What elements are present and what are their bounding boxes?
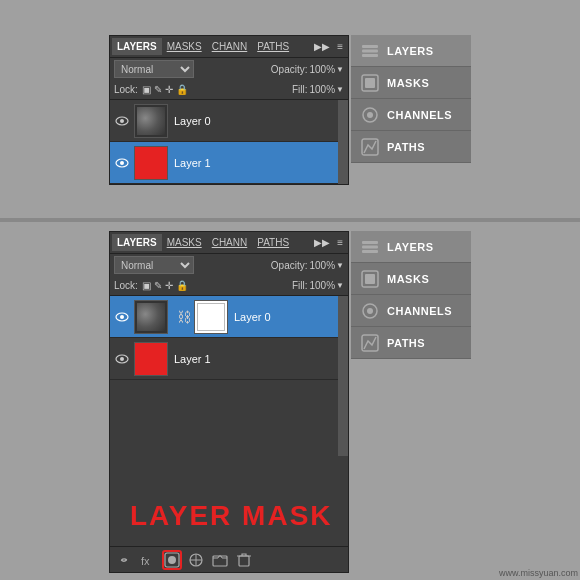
opacity-arrow-bottom: ▼ — [336, 261, 344, 270]
channels-icon-bottom — [359, 300, 381, 322]
layer-row-1-bottom[interactable]: Layer 1 — [110, 338, 348, 380]
blend-row-bottom: Normal Opacity: 100% ▼ — [110, 254, 348, 276]
tab-paths-top[interactable]: PATHS — [252, 38, 294, 55]
lock-all-icon[interactable]: 🔒 — [176, 84, 188, 95]
paths-icon-bottom — [359, 332, 381, 354]
layer-row-1-top[interactable]: Layer 1 — [110, 142, 348, 184]
bottom-right-tabs: LAYERS MASKS CHANNELS — [351, 231, 471, 359]
right-tab-paths-top[interactable]: PATHS — [351, 131, 471, 163]
right-tab-masks-top[interactable]: MASKS — [351, 67, 471, 99]
layer-name-0-top: Layer 0 — [174, 115, 344, 127]
svg-text:fx: fx — [141, 555, 150, 567]
blend-mode-select-top[interactable]: Normal — [114, 60, 194, 78]
channels-icon-top — [359, 104, 381, 126]
watermark: www.missyuan.com — [499, 568, 578, 578]
svg-rect-8 — [365, 78, 375, 88]
tab-arrow-bottom[interactable]: ▶▶ — [310, 237, 334, 248]
fill-arrow-bottom: ▼ — [336, 281, 344, 290]
layers-icon-top — [359, 40, 381, 62]
lock-all-icon-b[interactable]: 🔒 — [176, 280, 188, 291]
layer-name-1-bottom: Layer 1 — [174, 353, 344, 365]
layer-row-0-top[interactable]: Layer 0 — [110, 100, 348, 142]
right-tab-channels-top[interactable]: CHANNELS — [351, 99, 471, 131]
right-tab-layers-bottom[interactable]: LAYERS — [351, 231, 471, 263]
lock-row-bottom: Lock: ▣ ✎ ✛ 🔒 Fill: 100% ▼ — [110, 276, 348, 296]
masks-icon-top — [359, 72, 381, 94]
tab-masks-top[interactable]: MASKS — [162, 38, 207, 55]
scroll-bar-bottom[interactable] — [338, 296, 348, 456]
tab-paths-bottom[interactable]: PATHS — [252, 234, 294, 251]
blend-row-top: Normal Opacity: 100% ▼ — [110, 58, 348, 80]
link-btn[interactable] — [114, 550, 134, 570]
right-tab-label-paths-bottom: PATHS — [387, 337, 425, 349]
svg-rect-21 — [239, 556, 249, 566]
lock-transparent-icon[interactable]: ▣ — [142, 84, 151, 95]
eye-icon-1-top[interactable] — [114, 155, 130, 171]
tab-chann-top[interactable]: CHANN — [207, 38, 253, 55]
svg-point-3 — [120, 161, 124, 165]
tab-masks-bottom[interactable]: MASKS — [162, 234, 207, 251]
right-tab-channels-bottom[interactable]: CHANNELS — [351, 295, 471, 327]
svg-point-28 — [367, 308, 373, 314]
layer-name-0-bottom: Layer 0 — [234, 311, 344, 323]
lock-move-icon[interactable]: ✛ — [165, 84, 173, 95]
eye-icon-0-bottom[interactable] — [114, 309, 130, 325]
blend-mode-select-bottom[interactable]: Normal — [114, 256, 194, 274]
right-tab-label-channels-bottom: CHANNELS — [387, 305, 452, 317]
fill-label-top: Fill: — [292, 84, 308, 95]
svg-point-15 — [120, 357, 124, 361]
lock-transparent-icon-b[interactable]: ▣ — [142, 280, 151, 291]
tab-menu-bottom[interactable]: ≡ — [334, 237, 346, 248]
new-group-btn[interactable] — [210, 550, 230, 570]
right-tab-label-layers-bottom: LAYERS — [387, 241, 434, 253]
chain-icon-bottom[interactable]: ⛓ — [177, 309, 191, 325]
bottom-toolbar: fx — [110, 546, 348, 572]
layers-icon-bottom — [359, 236, 381, 258]
right-tab-label-layers-top: LAYERS — [387, 45, 434, 57]
bottom-layers-list: ⛓ Layer 0 — [110, 296, 348, 456]
tab-menu-top[interactable]: ≡ — [334, 41, 346, 52]
lock-label-bottom: Lock: — [114, 280, 138, 291]
scroll-bar-top[interactable] — [338, 100, 348, 184]
svg-point-13 — [120, 315, 124, 319]
adjustment-btn[interactable] — [186, 550, 206, 570]
svg-rect-6 — [362, 54, 378, 57]
layer-name-1-top: Layer 1 — [174, 157, 344, 169]
opacity-value-bottom[interactable]: 100% — [310, 260, 336, 271]
fill-value-bottom[interactable]: 100% — [310, 280, 336, 291]
right-tab-label-masks-top: MASKS — [387, 77, 429, 89]
tab-layers-top[interactable]: LAYERS — [112, 38, 162, 55]
photo-thumb-0-top — [135, 105, 167, 137]
tab-layers-bottom[interactable]: LAYERS — [112, 234, 162, 251]
svg-rect-26 — [365, 274, 375, 284]
svg-rect-22 — [362, 241, 378, 244]
lock-label-top: Lock: — [114, 84, 138, 95]
right-tab-masks-bottom[interactable]: MASKS — [351, 263, 471, 295]
right-tab-paths-bottom[interactable]: PATHS — [351, 327, 471, 359]
paths-icon-top — [359, 136, 381, 158]
svg-point-10 — [367, 112, 373, 118]
lock-paint-icon[interactable]: ✎ — [154, 84, 162, 95]
tab-arrow-top[interactable]: ▶▶ — [310, 41, 334, 52]
top-right-tabs: LAYERS MASKS CHANNELS — [351, 35, 471, 163]
add-mask-btn[interactable] — [162, 550, 182, 570]
thumb-layer0-top — [134, 104, 168, 138]
lock-paint-icon-b[interactable]: ✎ — [154, 280, 162, 291]
thumb-layer0-bottom — [134, 300, 168, 334]
delete-layer-btn[interactable] — [234, 550, 254, 570]
opacity-value-top[interactable]: 100% — [310, 64, 336, 75]
eye-icon-0-top[interactable] — [114, 113, 130, 129]
lock-move-icon-b[interactable]: ✛ — [165, 280, 173, 291]
right-tab-layers-top[interactable]: LAYERS — [351, 35, 471, 67]
tab-chann-bottom[interactable]: CHANN — [207, 234, 253, 251]
top-layers-list: Layer 0 Layer 1 — [110, 100, 348, 184]
lock-row-top: Lock: ▣ ✎ ✛ 🔒 Fill: 100% ▼ — [110, 80, 348, 100]
svg-rect-4 — [362, 45, 378, 48]
layer-row-0-bottom[interactable]: ⛓ Layer 0 — [110, 296, 348, 338]
eye-icon-1-bottom[interactable] — [114, 351, 130, 367]
red-thumb-1-bottom — [135, 343, 167, 375]
svg-point-1 — [120, 119, 124, 123]
fx-btn[interactable]: fx — [138, 550, 158, 570]
layer-mask-label: LAYER MASK — [130, 500, 333, 532]
fill-value-top[interactable]: 100% — [310, 84, 336, 95]
